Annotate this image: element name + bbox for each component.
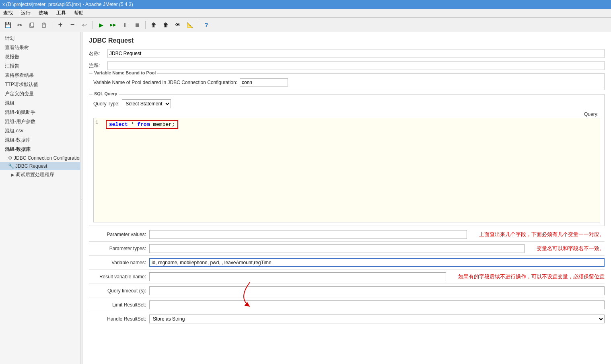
pool-row: Variable Name of Pool declared in JDBC C… [93, 78, 600, 86]
handle-resultset-row: Handle ResultSet: Store as String [89, 315, 605, 326]
browse-button[interactable]: 👁 [173, 20, 183, 30]
sidebar-item-plan[interactable]: 计划 [0, 34, 80, 43]
sidebar-item-db1[interactable]: 混组-数据库 [0, 136, 80, 145]
wrench-icon: 🔧 [8, 163, 14, 169]
shutdown-button[interactable]: ⏹ [132, 20, 142, 30]
pool-input[interactable] [240, 78, 288, 86]
start-no-pause-button[interactable]: ▶▶ [108, 20, 118, 30]
panel-title: JDBC Request [89, 37, 605, 44]
handle-resultset-label: Handle ResultSet: [89, 316, 149, 322]
sep2 [93, 21, 93, 29]
toolbar: 💾 ✂ + − ↩ ▶ ▶▶ ⏸ ⏹ 🗑 🗑 👁 📐 ? [0, 18, 611, 32]
annotation-note2: 变量名可以和字段名不一致。 [537, 245, 605, 252]
limit-resultset-label: Limit ResultSet: [89, 302, 149, 308]
query-line-1: 1 select * from member; [95, 120, 598, 129]
cut-button[interactable]: ✂ [14, 20, 25, 30]
copy-button[interactable] [27, 20, 37, 30]
query-type-row: Query Type: Select Statement [93, 99, 600, 108]
template-button[interactable]: 📐 [185, 20, 195, 30]
param-values-row: Parameter values: 上面查出来几个字段，下面必须有几个变量一一对… [89, 230, 605, 242]
title-text: x (D:\projects\jmeter_pros\api65.jmx) - … [2, 2, 133, 7]
query-timeout-row: Query timeout (s): [89, 286, 605, 298]
main-layout: 计划 查看结果树 总报告 汇报告 表格察看结果 TTP请求默认值 户定义的变量 … [0, 32, 611, 364]
add-button[interactable]: + [55, 20, 66, 30]
sidebar-item-jdbc-request[interactable]: 🔧 JDBC Request [0, 162, 80, 170]
paste-button[interactable] [39, 20, 49, 30]
sidebar: 计划 查看结果树 总报告 汇报告 表格察看结果 TTP请求默认值 户定义的变量 … [0, 32, 80, 364]
undo-button[interactable]: ↩ [79, 20, 90, 30]
menu-run[interactable]: 运行 [19, 9, 32, 17]
comment-input[interactable] [107, 61, 605, 70]
param-types-label: Parameter types: [89, 246, 149, 251]
menu-tools[interactable]: 工具 [55, 9, 68, 17]
play-icon: ▶ [11, 173, 14, 177]
sidebar-item-thread-group[interactable]: 混组 [0, 99, 80, 108]
param-values-label: Parameter values: [89, 232, 149, 237]
name-row: 名称: [89, 49, 605, 58]
menu-options[interactable]: 选项 [37, 9, 50, 17]
variable-names-row: Variable names: [89, 258, 605, 270]
sep4 [198, 21, 198, 29]
clear-all-button[interactable]: 🗑 [160, 20, 171, 30]
pool-section-title: Variable Name Bound to Pool [93, 70, 157, 75]
sidebar-item-user-params[interactable]: 混组-用户参数 [0, 117, 80, 126]
query-editor[interactable]: 1 select * from member; [93, 118, 600, 222]
menu-find[interactable]: 查找 [2, 9, 14, 17]
title-bar: x (D:\projects\jmeter_pros\api65.jmx) - … [0, 0, 611, 9]
sidebar-item-user-vars[interactable]: 户定义的变量 [0, 89, 80, 99]
query-type-select[interactable]: Select Statement [122, 99, 171, 108]
kw-member: member; [153, 121, 175, 128]
variable-names-input[interactable] [149, 258, 605, 267]
query-type-label: Query Type: [93, 101, 119, 107]
result-variable-row: Result variable name: 如果有的字段后续不进行操作，可以不设… [89, 272, 605, 284]
svg-rect-3 [43, 23, 45, 24]
param-values-input[interactable] [149, 230, 467, 239]
query-timeout-input[interactable] [149, 286, 605, 295]
gear-icon: ⚙ [8, 155, 12, 161]
limit-resultset-input[interactable] [149, 300, 605, 309]
content-panel: JDBC Request 名称: 注释: Variable Name Bound… [82, 32, 611, 364]
pool-label: Variable Name of Pool declared in JDBC C… [93, 80, 237, 85]
variable-name-pool-section: Variable Name Bound to Pool Variable Nam… [89, 73, 605, 90]
sidebar-item-jdbc-config[interactable]: ⚙ JDBC Connection Configuration [0, 154, 80, 162]
param-types-row: Parameter types: 变量名可以和字段名不一致。 [89, 244, 605, 256]
comment-label: 注释: [89, 62, 105, 69]
kw-star: * [131, 121, 138, 128]
stop-button[interactable]: ⏸ [120, 20, 130, 30]
param-types-input[interactable] [149, 244, 525, 253]
name-label: 名称: [89, 50, 105, 57]
variable-names-label: Variable names: [89, 260, 149, 265]
handle-resultset-select[interactable]: Store as String [149, 315, 605, 323]
annotation-container: Parameter values: 上面查出来几个字段，下面必须有几个变量一一对… [89, 230, 605, 326]
menu-help[interactable]: 帮助 [72, 9, 85, 17]
query-timeout-label: Query timeout (s): [89, 288, 149, 294]
help-button[interactable]: ? [201, 20, 212, 30]
start-button[interactable]: ▶ [96, 20, 106, 30]
sidebar-item-debug-post[interactable]: ▶ 调试后置处理程序 [0, 170, 80, 179]
result-variable-input[interactable] [149, 272, 446, 281]
save-button[interactable]: 💾 [2, 20, 13, 30]
sidebar-item-db2[interactable]: 混组-数据库 [0, 145, 80, 154]
limit-resultset-row: Limit ResultSet: [89, 300, 605, 312]
kw-from: from [137, 121, 150, 128]
sidebar-item-result-tree[interactable]: 查看结果树 [0, 43, 80, 52]
query-label: Query: [584, 111, 599, 117]
comment-row: 注释: [89, 61, 605, 70]
annotation-note1: 上面查出来几个字段，下面必须有几个变量一一对应。 [479, 231, 605, 238]
sql-section-title: SQL Query [93, 91, 119, 96]
sidebar-item-table-result[interactable]: 表格察看结果 [0, 71, 80, 80]
remove-button[interactable]: − [67, 20, 78, 30]
clear-button[interactable]: 🗑 [148, 20, 159, 30]
sidebar-item-foreach[interactable]: 混组-旬赋助手 [0, 108, 80, 117]
sidebar-item-http-defaults[interactable]: TTP请求默认值 [0, 80, 80, 89]
sidebar-item-csv[interactable]: 混组-csv [0, 126, 80, 136]
query-text[interactable]: select * from member; [106, 120, 178, 129]
menu-bar: 查找 运行 选项 工具 帮助 [0, 9, 611, 18]
sidebar-item-summary-report[interactable]: 总报告 [0, 52, 80, 62]
name-input[interactable] [107, 49, 605, 58]
sep3 [145, 21, 146, 29]
query-area-header: Query: [93, 111, 600, 117]
sql-query-section: SQL Query Query Type: Select Statement Q… [89, 94, 605, 226]
sidebar-item-aggregate-report[interactable]: 汇报告 [0, 62, 80, 71]
sep1 [52, 21, 52, 29]
